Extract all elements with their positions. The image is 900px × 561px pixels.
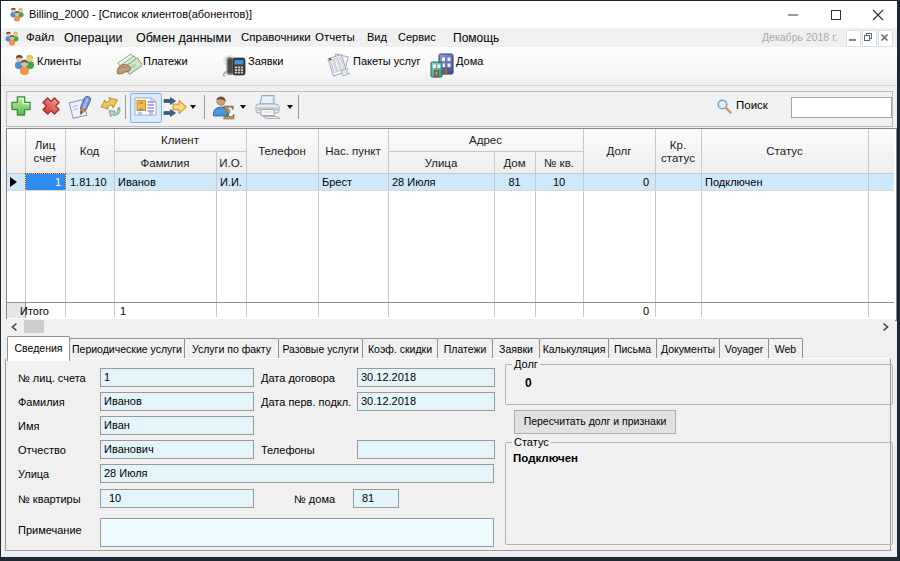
svg-text:Σ: Σ: [223, 103, 235, 120]
